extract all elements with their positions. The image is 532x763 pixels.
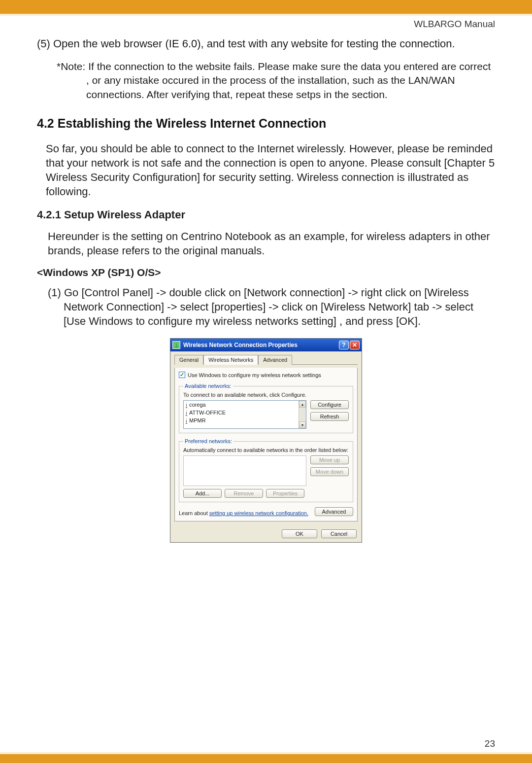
network-name: MPMR xyxy=(189,417,206,423)
available-networks-list[interactable]: ḭcorega ḭATTW-OFFICE ḭMPMR ▴ ▾ xyxy=(183,400,306,429)
note-label: *Note: xyxy=(57,61,88,72)
remove-button[interactable]: Remove xyxy=(225,489,263,498)
scroll-up-icon[interactable]: ▴ xyxy=(299,401,306,408)
scroll-down-icon[interactable]: ▾ xyxy=(299,421,306,428)
dialog-title: Wireless Network Connection Properties xyxy=(183,342,298,348)
list-item: ḭATTW-OFFICE xyxy=(184,409,306,416)
available-legend: Available networks: xyxy=(183,383,233,389)
cancel-button[interactable]: Cancel xyxy=(321,529,357,538)
move-up-button[interactable]: Move up xyxy=(310,455,349,464)
preferred-hint: Automatically connect to available netwo… xyxy=(183,447,349,453)
step-1: (1) Go [Control Panel] -> double click o… xyxy=(48,285,495,328)
step-5-number: (5) xyxy=(37,37,53,50)
section-4-2-heading: 4.2 Establishing the Wireless Internet C… xyxy=(37,116,495,131)
antenna-icon: ḭ xyxy=(186,402,187,408)
ok-button[interactable]: OK xyxy=(282,529,317,538)
learn-prefix: Learn about xyxy=(179,510,209,516)
section-4-2-intro: So far, you should be able to connect to… xyxy=(46,141,495,199)
manual-header: WLBARGO Manual xyxy=(37,19,495,30)
learn-about-text: Learn about setting up wireless network … xyxy=(179,510,308,516)
properties-button[interactable]: Properties xyxy=(266,489,304,498)
dialog-footer: OK Cancel xyxy=(170,525,362,542)
tab-advanced[interactable]: Advanced xyxy=(258,355,292,365)
checkbox-label: Use Windows to configure my wireless net… xyxy=(188,372,321,378)
list-item: ḭcorega xyxy=(184,401,306,409)
os-heading: <Windows XP (SP1) O/S> xyxy=(37,267,495,278)
dialog-body: General Wireless Networks Advanced ✓ Use… xyxy=(170,351,362,525)
bottom-bar xyxy=(0,754,532,763)
step-1-number: (1) xyxy=(48,286,64,299)
dialog-titlebar[interactable]: ⊥ Wireless Network Connection Properties… xyxy=(170,339,362,351)
refresh-button[interactable]: Refresh xyxy=(310,412,349,421)
add-button[interactable]: Add... xyxy=(183,489,222,498)
scrollbar[interactable]: ▴ ▾ xyxy=(299,401,306,428)
note-text: If the connection to the website fails. … xyxy=(86,61,491,100)
tab-general[interactable]: General xyxy=(174,355,203,365)
preferred-networks-group: Preferred networks: Automatically connec… xyxy=(179,438,353,502)
tab-pane: ✓ Use Windows to configure my wireless n… xyxy=(174,368,358,521)
move-down-button[interactable]: Move down xyxy=(310,467,349,476)
available-hint: To connect to an available network, clic… xyxy=(183,392,349,398)
antenna-icon: ḭ xyxy=(186,410,187,416)
help-button[interactable]: ? xyxy=(339,341,349,349)
available-networks-group: Available networks: To connect to an ava… xyxy=(179,383,353,433)
step-5: (5) Open the web browser (IE 6.0), and t… xyxy=(37,36,495,51)
checkbox-icon[interactable]: ✓ xyxy=(179,372,185,378)
preferred-networks-list[interactable] xyxy=(183,455,306,486)
accent-line-top xyxy=(0,14,532,16)
network-name: corega xyxy=(189,402,206,408)
note: *Note: If the connection to the website … xyxy=(37,60,495,102)
learn-link[interactable]: setting up wireless network configuratio… xyxy=(209,510,308,516)
page-content: WLBARGO Manual (5) Open the web browser … xyxy=(0,19,532,543)
preferred-legend: Preferred networks: xyxy=(183,438,233,444)
tab-wireless-networks[interactable]: Wireless Networks xyxy=(203,355,258,365)
section-4-2-1-heading: 4.2.1 Setup Wireless Adapter xyxy=(37,208,495,221)
page-number: 23 xyxy=(485,738,495,749)
wireless-properties-dialog: ⊥ Wireless Network Connection Properties… xyxy=(170,338,362,543)
list-item: ḭMPMR xyxy=(184,416,306,424)
step-1-text: Go [Control Panel] -> double click on [N… xyxy=(64,286,473,327)
advanced-button[interactable]: Advanced xyxy=(315,507,353,516)
wireless-icon: ⊥ xyxy=(172,341,180,349)
top-bar xyxy=(0,0,532,14)
section-4-2-1-intro: Hereunder is the setting on Centrino Not… xyxy=(48,229,495,258)
close-button[interactable]: ✕ xyxy=(350,341,360,349)
configure-button[interactable]: Configure xyxy=(310,400,349,409)
network-name: ATTW-OFFICE xyxy=(189,410,226,416)
antenna-icon: ḭ xyxy=(186,418,187,423)
step-5-text: Open the web browser (IE 6.0), and test … xyxy=(53,37,455,50)
use-windows-checkbox-row[interactable]: ✓ Use Windows to configure my wireless n… xyxy=(179,372,353,378)
dialog-tabs: General Wireless Networks Advanced xyxy=(174,354,358,365)
